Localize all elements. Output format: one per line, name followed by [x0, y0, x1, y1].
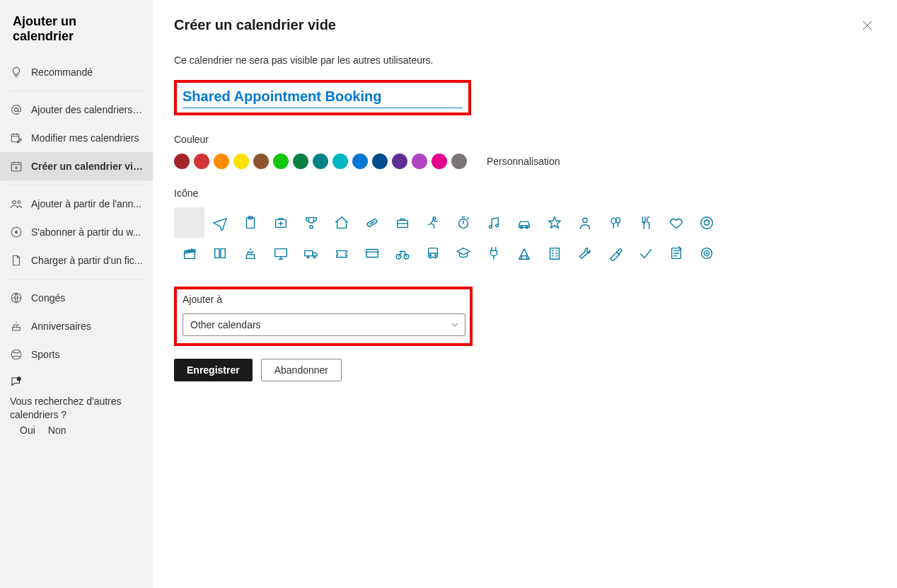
color-swatch-2[interactable]	[214, 154, 229, 169]
svg-rect-1	[11, 134, 19, 142]
sidebar-item-file[interactable]: Charger à partir d'un fic...	[0, 246, 153, 275]
feedback-yes-link[interactable]: Oui	[20, 425, 35, 436]
color-section-label: Couleur	[174, 134, 876, 145]
add-to-value: Other calendars	[190, 319, 261, 330]
sidebar-item-label: Ajouter des calendriers ...	[31, 104, 143, 115]
sidebar-item-calendar-edit[interactable]: Modifier mes calendriers	[0, 124, 153, 152]
svg-point-28	[700, 217, 712, 229]
blank-icon[interactable]	[174, 207, 204, 238]
heart-icon[interactable]	[661, 207, 691, 238]
clipboard-icon[interactable]	[235, 207, 265, 238]
color-swatch-9[interactable]	[352, 154, 368, 169]
check-icon[interactable]	[630, 238, 661, 268]
sidebar-item-calendar-add[interactable]: Créer un calendrier vide	[0, 152, 153, 180]
paint-icon[interactable]	[600, 238, 630, 268]
truck-icon[interactable]	[296, 238, 326, 268]
color-swatch-6[interactable]	[293, 154, 308, 169]
monitor-icon[interactable]	[265, 238, 296, 268]
color-swatch-13[interactable]	[432, 154, 447, 169]
sidebar-item-cake[interactable]: Anniversaires	[0, 312, 153, 340]
car-icon[interactable]	[509, 207, 539, 238]
food-icon[interactable]	[630, 207, 661, 238]
first-aid-icon[interactable]	[265, 207, 296, 238]
person-run-icon[interactable]	[417, 207, 448, 238]
clapper-icon[interactable]	[174, 238, 204, 268]
feedback-block: 1 Vous recherchez d'autres calendriers ?…	[0, 369, 153, 436]
sidebar-item-lightbulb[interactable]: Recommandé	[0, 58, 153, 86]
airplane-icon[interactable]	[204, 207, 235, 238]
target-icon[interactable]	[691, 238, 722, 268]
feedback-no-link[interactable]: Non	[48, 425, 66, 436]
svg-point-4	[18, 201, 21, 204]
svg-rect-35	[366, 249, 378, 257]
bike-icon[interactable]	[387, 238, 417, 268]
sidebar-item-at[interactable]: Ajouter des calendriers ...	[0, 96, 153, 124]
sidebar-item-label: Créer un calendrier vide	[31, 161, 143, 172]
bus-icon[interactable]	[417, 238, 448, 268]
calendar-name-input[interactable]	[183, 87, 463, 108]
color-swatch-3[interactable]	[233, 154, 249, 169]
home-icon[interactable]	[326, 207, 357, 238]
color-swatch-4[interactable]	[253, 154, 269, 169]
calendar-add-icon	[10, 160, 23, 173]
soccer-icon[interactable]	[691, 207, 722, 238]
sidebar-item-label: Congés	[31, 292, 65, 304]
balloons-icon[interactable]	[600, 207, 630, 238]
svg-point-3	[13, 201, 16, 204]
pill-icon[interactable]	[357, 207, 387, 238]
customize-color-label[interactable]: Personnalisation	[487, 156, 560, 167]
stopwatch-icon[interactable]	[448, 207, 478, 238]
color-swatch-11[interactable]	[392, 154, 407, 169]
add-to-select[interactable]: Other calendars	[183, 313, 465, 336]
sidebar-item-people[interactable]: Ajouter à partir de l'ann...	[0, 190, 153, 218]
sidebar-divider	[10, 91, 143, 91]
building-icon[interactable]	[509, 238, 539, 268]
color-swatch-1[interactable]	[194, 154, 209, 169]
svg-point-46	[706, 253, 707, 254]
color-swatch-7[interactable]	[313, 154, 328, 169]
sidebar-item-sport[interactable]: Sports	[0, 340, 153, 369]
svg-point-21	[495, 224, 498, 226]
chevron-down-icon	[451, 321, 459, 329]
icon-section-label: Icône	[174, 188, 876, 199]
briefcase-icon[interactable]	[387, 207, 417, 238]
ticket-icon[interactable]	[326, 238, 357, 268]
color-swatch-8[interactable]	[332, 154, 348, 169]
svg-marker-29	[704, 219, 709, 224]
calendar-edit-icon	[10, 132, 23, 144]
color-row: Personnalisation	[174, 154, 876, 169]
file-icon	[10, 254, 23, 267]
person-icon[interactable]	[569, 207, 600, 238]
sidebar-title: Ajouter un calendrier	[0, 14, 153, 58]
trophy-icon[interactable]	[296, 207, 326, 238]
add-to-label: Ajouter à	[183, 294, 464, 305]
color-swatch-0[interactable]	[174, 154, 190, 169]
sidebar-item-label: Sports	[31, 349, 59, 360]
sidebar-item-label: Ajouter à partir de l'ann...	[31, 198, 141, 209]
credit-card-icon[interactable]	[357, 238, 387, 268]
book-icon[interactable]	[204, 238, 235, 268]
helper-text: Ce calendrier ne sera pas visible par le…	[174, 54, 876, 66]
svg-point-7	[11, 350, 21, 359]
close-button[interactable]	[859, 17, 876, 34]
graduation-icon[interactable]	[448, 238, 478, 268]
color-swatch-5[interactable]	[273, 154, 289, 169]
wrench-icon[interactable]	[569, 238, 600, 268]
color-swatch-10[interactable]	[372, 154, 388, 169]
svg-point-33	[307, 256, 309, 258]
save-button[interactable]: Enregistrer	[174, 359, 253, 381]
birthday-icon[interactable]	[235, 238, 265, 268]
star-icon[interactable]	[539, 207, 569, 238]
notes-icon[interactable]	[661, 238, 691, 268]
sidebar-item-subscribe[interactable]: S'abonner à partir du w...	[0, 218, 153, 246]
sidebar-item-label: Modifier mes calendriers	[31, 132, 139, 144]
svg-rect-31	[274, 248, 287, 256]
color-swatch-12[interactable]	[412, 154, 427, 169]
color-swatch-14[interactable]	[451, 154, 467, 169]
plug-icon[interactable]	[478, 238, 509, 268]
office-icon[interactable]	[539, 238, 569, 268]
people-icon	[10, 197, 23, 210]
cancel-button[interactable]: Abandonner	[261, 359, 342, 381]
music-icon[interactable]	[478, 207, 509, 238]
sidebar-item-globe[interactable]: Congés	[0, 284, 153, 312]
